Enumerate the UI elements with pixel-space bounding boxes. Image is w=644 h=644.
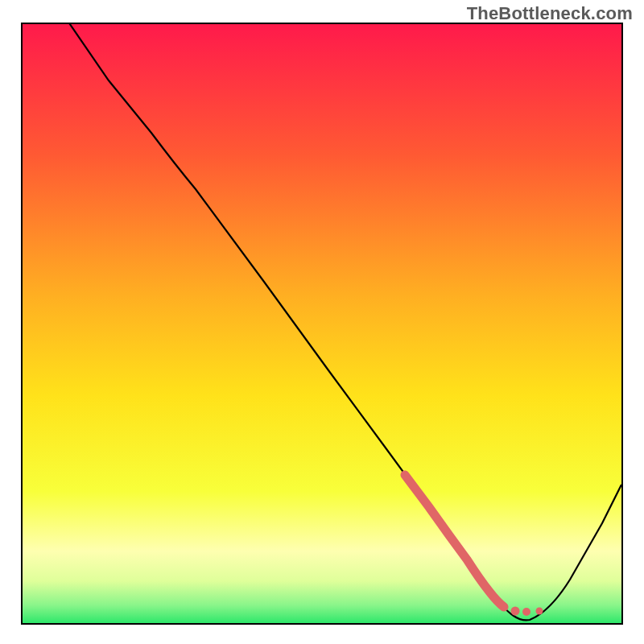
curve-path xyxy=(64,24,621,620)
accent-dot xyxy=(511,607,520,616)
plot-area xyxy=(21,23,623,625)
accent-dot xyxy=(522,608,530,616)
accent-segment xyxy=(405,475,504,607)
accent-dot xyxy=(536,608,543,615)
chart-container: TheBottleneck.com xyxy=(0,0,644,644)
watermark-text: TheBottleneck.com xyxy=(467,3,633,24)
bottleneck-curve xyxy=(23,24,621,623)
